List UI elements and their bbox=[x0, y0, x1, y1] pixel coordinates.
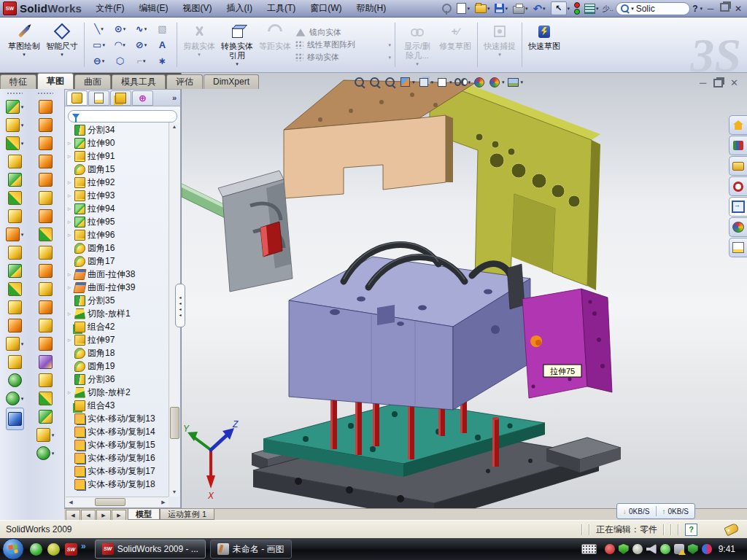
tree-item[interactable]: ▹ 组合43 bbox=[66, 399, 169, 412]
repair-sketch-button[interactable]: +∕ 修复草图 bbox=[437, 20, 473, 70]
tree-item[interactable]: ▹ 圆角16 bbox=[66, 241, 169, 254]
expander-icon[interactable]: ▹ bbox=[66, 205, 72, 212]
quicklaunch-overflow-chevron[interactable]: » bbox=[81, 541, 86, 551]
view-tool-button[interactable]: ▾ bbox=[473, 76, 486, 88]
toolbar-button[interactable]: ▾ bbox=[8, 262, 22, 280]
view-tool-button[interactable]: ▾ bbox=[417, 76, 434, 88]
menu-item[interactable]: 帮助(H) bbox=[350, 1, 393, 16]
expander-icon[interactable]: ▹ bbox=[66, 192, 72, 199]
expander-icon[interactable]: ▹ bbox=[66, 271, 72, 278]
toolbar-button[interactable]: ▾ bbox=[6, 335, 24, 353]
toolbar-button[interactable]: ▾ bbox=[6, 134, 24, 152]
smart-dimension-button[interactable]: 智能尺寸▾ bbox=[44, 20, 80, 70]
view-tool-button[interactable]: ▾ bbox=[352, 76, 365, 88]
start-button[interactable] bbox=[2, 538, 24, 560]
tree-item[interactable]: ▹ 实体-移动/复制13 bbox=[66, 412, 169, 425]
ime-indicator[interactable]: 少.. bbox=[603, 4, 614, 14]
taskpane-appearances-tab[interactable] bbox=[729, 217, 747, 237]
tree-item[interactable]: ▹ 拉伸94 bbox=[66, 202, 169, 215]
taskpane-search-tab[interactable] bbox=[729, 176, 747, 196]
toolbar-button[interactable]: ▾ bbox=[39, 134, 53, 152]
network-warning-icon[interactable] bbox=[674, 544, 684, 554]
doc-close-button[interactable]: ✕ bbox=[730, 77, 738, 88]
print-button[interactable]: ▾ bbox=[511, 3, 530, 15]
toolbar-button[interactable]: ▾ bbox=[39, 171, 53, 189]
toolbar-button[interactable]: ▾ bbox=[8, 189, 22, 207]
tree-horizontal-scrollbar[interactable]: ◀ ▶ bbox=[66, 497, 169, 507]
toolbar-button[interactable]: ▾ bbox=[6, 389, 24, 408]
toolbar-button[interactable]: ▾ bbox=[6, 225, 24, 244]
expander-icon[interactable]: ▹ bbox=[66, 231, 72, 238]
taskpane-home-tab[interactable] bbox=[729, 115, 747, 135]
sketch-entity-button[interactable]: ▭▾ bbox=[88, 37, 109, 53]
toolbar-button[interactable]: ▾ bbox=[8, 244, 22, 262]
sketch-entity-button[interactable]: A▾ bbox=[152, 37, 173, 53]
quick-snaps-button[interactable]: 快速捕捉▾ bbox=[481, 20, 518, 70]
messenger-icon[interactable] bbox=[30, 543, 42, 556]
tree-item[interactable]: ▹ 实体-移动/复制17 bbox=[66, 464, 169, 478]
rebuild-stoplight-icon[interactable] bbox=[573, 2, 581, 15]
tree-item[interactable]: ▹ 分割35 bbox=[66, 294, 169, 307]
view-tool-button[interactable]: ▾ bbox=[488, 76, 505, 88]
scroll-left-arrow[interactable]: ◀ bbox=[66, 499, 76, 505]
toolbar-button[interactable]: ▾ bbox=[39, 207, 53, 225]
tree-item[interactable]: ▹ 圆角19 bbox=[66, 359, 169, 373]
propertymanager-tab[interactable] bbox=[88, 90, 109, 106]
toolbar-button[interactable]: ▾ bbox=[6, 116, 24, 134]
taskpane-file-explorer-tab[interactable] bbox=[729, 156, 747, 176]
menu-item[interactable]: 视图(V) bbox=[177, 1, 219, 16]
sketch-button[interactable]: 草图绘制▾ bbox=[6, 20, 42, 70]
status-help-button[interactable]: ? bbox=[685, 524, 697, 536]
shield-icon[interactable] bbox=[619, 544, 629, 554]
menu-item[interactable]: 文件(F) bbox=[89, 1, 131, 16]
toolbar-button[interactable]: ▾ bbox=[6, 408, 24, 430]
view-tool-button[interactable]: ▾ bbox=[398, 76, 415, 88]
scroll-down-arrow[interactable]: ▼ bbox=[169, 488, 179, 497]
sketch-entity-button[interactable]: ∗▾ bbox=[152, 53, 173, 69]
toolbar-button[interactable]: ▾ bbox=[6, 98, 24, 116]
tree-item[interactable]: ▹ 拉伸93 bbox=[66, 189, 169, 202]
view-tool-button[interactable]: ▾ bbox=[383, 76, 396, 88]
tree-item[interactable]: ▹ 曲面-拉伸38 bbox=[66, 268, 169, 281]
save-button[interactable]: ▾ bbox=[493, 3, 509, 14]
tree-item[interactable]: ▹ 圆角15 bbox=[66, 163, 169, 176]
taskpane-view-palette-tab[interactable] bbox=[729, 197, 747, 217]
expander-icon[interactable]: ▹ bbox=[66, 179, 72, 186]
tree-item[interactable]: ▹ 实体-移动/复制18 bbox=[66, 478, 169, 491]
tree-item[interactable]: ▹ 拉伸90 bbox=[66, 136, 169, 149]
expander-icon[interactable]: ▹ bbox=[66, 139, 72, 147]
sketch-entity-button[interactable]: ▧▾ bbox=[152, 21, 173, 37]
tag-icon[interactable] bbox=[724, 523, 739, 536]
3d-model-scene[interactable]: 拉伸75 X Y Z bbox=[182, 73, 747, 508]
close-button[interactable]: ✕ bbox=[732, 4, 744, 14]
ribbon-tab[interactable]: 评估 bbox=[166, 74, 203, 89]
mirror-entities-button[interactable]: 镜向实体 bbox=[295, 27, 391, 38]
toolbar-button[interactable]: ▾ bbox=[39, 189, 53, 207]
toolbar-button[interactable]: ▾ bbox=[39, 280, 53, 298]
tree-item[interactable]: ▹ 实体-移动/复制15 bbox=[66, 438, 169, 451]
sketch-entity-button[interactable]: ◠▾ bbox=[109, 37, 131, 53]
taskbar-window-button[interactable]: SW SolidWorks 2009 - ... bbox=[95, 540, 206, 559]
toolbar-button[interactable]: ▾ bbox=[8, 207, 22, 225]
minimize-button[interactable]: ─ bbox=[705, 4, 716, 14]
expander-icon[interactable]: ▹ bbox=[66, 218, 72, 225]
tree-item[interactable]: ▹ 组合42 bbox=[66, 320, 169, 333]
toolbar-button[interactable]: ▾ bbox=[8, 371, 22, 389]
security-alert-icon[interactable] bbox=[605, 544, 615, 554]
ribbon-tab[interactable]: 模具工具 bbox=[112, 74, 166, 89]
toolbar-button[interactable]: ▾ bbox=[36, 426, 55, 444]
scroll-thumb[interactable] bbox=[170, 407, 179, 439]
updates-icon[interactable] bbox=[660, 544, 670, 554]
menu-item[interactable]: 编辑(E) bbox=[133, 1, 175, 16]
display-delete-relations-button[interactable]: 显示/删除几...▾ bbox=[399, 20, 436, 70]
sketch-entity-button[interactable]: ⊘▾ bbox=[131, 37, 152, 53]
menu-item[interactable]: 插入(I) bbox=[220, 1, 259, 16]
expander-icon[interactable]: ▹ bbox=[66, 152, 72, 160]
expander-icon[interactable]: ▹ bbox=[66, 284, 72, 291]
tree-item[interactable]: ▹ 圆角17 bbox=[66, 254, 169, 268]
offset-entities-button[interactable]: 等距实体 bbox=[257, 20, 293, 70]
tree-item[interactable]: ▹ 曲面-拉伸39 bbox=[66, 281, 169, 294]
model-tab[interactable]: 模型 bbox=[128, 509, 160, 520]
sketch-entity-button[interactable]: ⊙▾ bbox=[109, 21, 131, 37]
toolbar-button[interactable]: ▾ bbox=[8, 152, 22, 171]
